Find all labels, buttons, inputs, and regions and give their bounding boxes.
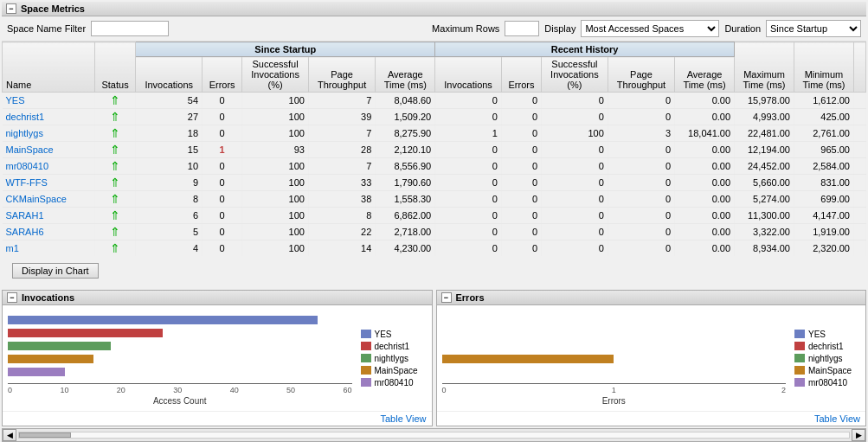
row-status: ⇑: [94, 93, 136, 109]
row-succ: 100: [242, 158, 309, 175]
row-page: 28: [308, 142, 375, 158]
row-err: 1: [203, 142, 242, 158]
legend-item: MainSpace: [361, 366, 423, 375]
col-page-rh: PageThroughput: [608, 57, 674, 93]
row-succ: 100: [242, 208, 309, 224]
legend-color: [794, 342, 805, 350]
row-r-avg: 0.00: [675, 191, 735, 208]
row-r-page: 3: [608, 125, 674, 142]
bar-fill: [8, 316, 318, 324]
bar-fill: [442, 355, 614, 363]
row-inv: 8: [136, 191, 203, 208]
col-min-time: MinimumTime (ms): [794, 42, 853, 93]
row-page: 8: [308, 208, 375, 224]
max-rows-input[interactable]: [505, 21, 539, 36]
errors-collapse-icon[interactable]: −: [441, 292, 452, 303]
row-max: 12,194.00: [735, 142, 794, 158]
row-name[interactable]: SARAH6: [3, 224, 95, 240]
errors-title: Errors: [456, 292, 485, 303]
bar-row: [8, 314, 352, 326]
x-tick: 50: [286, 386, 295, 394]
row-r-inv: 0: [435, 109, 502, 125]
legend-label: dechrist1: [808, 342, 844, 351]
legend-item: dechrist1: [361, 342, 423, 351]
row-min: 4,147.00: [794, 208, 853, 224]
invocations-bar-area: 0102030405060 Access Count: [8, 311, 352, 406]
row-err: 0: [203, 175, 242, 191]
scroll-track[interactable]: [18, 432, 850, 439]
row-status: ⇑: [94, 125, 136, 142]
scroll-thumb: [19, 432, 71, 438]
row-min: 699.00: [794, 191, 853, 208]
row-inv: 10: [136, 158, 203, 175]
duration-select[interactable]: Since Startup Last Hour Last Day: [766, 20, 861, 37]
filter-input[interactable]: [91, 21, 169, 36]
metrics-collapse-icon[interactable]: −: [6, 3, 16, 14]
row-min: 1,919.00: [794, 224, 853, 240]
legend-item: dechrist1: [794, 342, 857, 351]
row-page: 39: [308, 109, 375, 125]
row-inv: 4: [136, 240, 203, 257]
errors-table-view-link[interactable]: Table View: [437, 411, 866, 426]
row-name[interactable]: mr080410: [3, 158, 95, 175]
legend-color: [361, 366, 371, 375]
scroll-right-btn[interactable]: ▶: [852, 429, 865, 441]
row-status: ⇑: [94, 175, 136, 191]
row-r-succ: 0: [542, 93, 608, 109]
row-r-avg: 0.00: [675, 158, 735, 175]
bar-row: [442, 314, 787, 326]
scroll-col: [854, 42, 866, 93]
scroll-left-btn[interactable]: ◀: [3, 429, 16, 441]
row-scroll-spacer: [854, 93, 866, 109]
bar-fill: [8, 329, 163, 337]
row-name[interactable]: SARAH1: [3, 208, 95, 224]
row-inv: 6: [136, 208, 203, 224]
display-in-chart-button[interactable]: Display in Chart: [12, 263, 99, 279]
x-tick: 60: [343, 386, 351, 394]
table-row: SARAH6 ⇑ 5 0 100 22 2,718.00 0 0 0 0 0.0…: [3, 224, 866, 240]
x-tick: 40: [230, 386, 239, 394]
row-err: 0: [203, 93, 242, 109]
row-name[interactable]: YES: [3, 93, 95, 109]
row-name[interactable]: dechrist1: [3, 109, 95, 125]
invocations-table-view-link[interactable]: Table View: [3, 411, 432, 426]
row-r-succ: 0: [542, 224, 608, 240]
display-select[interactable]: Most Accessed Spaces All Spaces Least Ac…: [581, 20, 719, 37]
row-r-avg: 0.00: [675, 224, 735, 240]
row-r-inv: 0: [435, 175, 502, 191]
row-r-inv: 0: [435, 208, 502, 224]
row-r-succ: 0: [542, 142, 608, 158]
invocations-x-axis: 0102030405060: [8, 383, 352, 394]
bottom-scrollbar[interactable]: ◀ ▶: [2, 428, 866, 442]
row-page: 7: [308, 125, 375, 142]
invocations-header: − Invocations: [3, 291, 432, 305]
row-r-err: 0: [501, 142, 541, 158]
col-succ-rh: SuccessfulInvocations(%): [542, 57, 608, 93]
row-name[interactable]: m1: [3, 240, 95, 257]
status-icon: ⇑: [110, 176, 120, 189]
row-avg: 4,230.00: [376, 240, 435, 257]
row-avg: 8,275.90: [376, 125, 435, 142]
col-group-recent-history: Recent History: [435, 42, 735, 57]
row-name[interactable]: MainSpace: [3, 142, 95, 158]
row-scroll-spacer: [854, 175, 866, 191]
table-row: mr080410 ⇑ 10 0 100 7 8,556.90 0 0 0 0 0…: [3, 158, 866, 175]
legend-label: mr080410: [375, 378, 414, 388]
row-page: 22: [308, 224, 375, 240]
row-r-err: 0: [501, 208, 541, 224]
status-icon: ⇑: [110, 143, 120, 157]
row-r-inv: 0: [435, 93, 502, 109]
row-r-avg: 18,041.00: [675, 125, 735, 142]
invocations-bars: [8, 311, 352, 381]
row-r-avg: 0.00: [675, 240, 735, 257]
invocations-collapse-icon[interactable]: −: [7, 292, 17, 303]
metrics-table: Name Status Since Startup Recent History…: [2, 42, 866, 256]
row-min: 1,612.00: [794, 93, 853, 109]
row-name[interactable]: WTF-FFS: [3, 175, 95, 191]
filter-label: Space Name Filter: [7, 23, 86, 34]
legend-item: YES: [794, 330, 857, 339]
x-tick: 20: [117, 386, 125, 394]
row-name[interactable]: nightlygs: [3, 125, 95, 142]
row-name[interactable]: CKMainSpace: [3, 191, 95, 208]
duration-label: Duration: [724, 23, 761, 34]
